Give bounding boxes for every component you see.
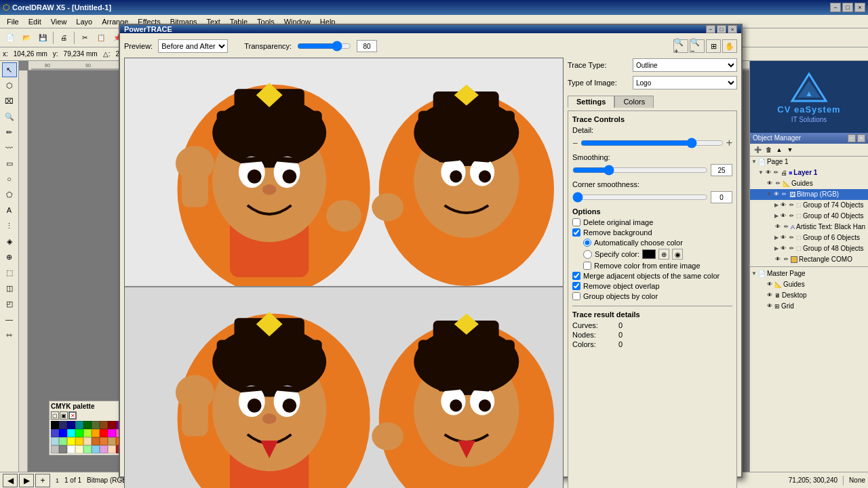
copy-btn[interactable]: 📋 [94,30,108,45]
swatch-lightgreen[interactable] [59,437,67,445]
rect-tool[interactable]: ▭ [2,156,17,171]
swatch-gray[interactable] [59,445,67,453]
shape-tool[interactable]: ⬡ [2,78,17,93]
delete-original-check[interactable] [572,218,580,226]
swatch-yellow[interactable] [67,437,75,445]
swatch-palegreen[interactable] [83,445,92,453]
swatch-teal[interactable] [75,421,83,429]
tab-colors[interactable]: Colors [614,96,654,108]
cut-btn[interactable]: ✂ [77,30,92,45]
extrude-tool[interactable]: ◫ [2,281,17,296]
menu-file[interactable]: File [3,16,23,27]
measure-tool[interactable]: ⇿ [2,327,17,342]
remove-entire-check[interactable] [583,262,591,270]
swatch-wheat[interactable] [83,437,92,445]
swatch-peach[interactable] [108,445,116,453]
swatch-red[interactable] [100,429,108,437]
swatch-plum[interactable] [100,445,108,453]
detail-slider[interactable] [580,138,723,148]
group-by-color-check[interactable] [572,292,580,300]
group74-item[interactable]: ▶ 👁 ✏ ⬚ Group of 74 Objects [750,200,868,211]
layer-move-up-btn[interactable]: ▲ [774,145,784,155]
smoothing-slider[interactable] [572,165,708,175]
swatch-lime[interactable] [83,429,92,437]
layer-add-btn[interactable]: ➕ [753,145,762,155]
swatch-lightblue[interactable] [51,437,59,445]
transparency-value[interactable] [357,40,377,52]
trace-type-select[interactable]: Outline Centerline [633,58,737,72]
parallel-tool[interactable]: ⋮ [2,218,17,233]
zoom-out-preview-btn[interactable]: 🔍− [690,39,705,53]
group48-item[interactable]: ▶ 👁 ✏ ⬚ Group of 48 Objects [750,243,868,254]
polygon-tool[interactable]: ⬠ [2,187,17,202]
specify-color-radio[interactable] [583,250,592,259]
zoom-in-preview-btn[interactable]: 🔍+ [673,39,688,53]
swatch-lightyellow[interactable] [75,445,83,453]
menu-layout[interactable]: Layo [72,16,96,27]
menu-edit[interactable]: Edit [24,16,45,27]
palette-reset-btn[interactable]: ✕ [68,411,77,420]
group40-item[interactable]: ▶ 👁 ✏ ⬚ Group of 40 Objects [750,211,868,222]
rect-como-item[interactable]: 👁 ✏ Rectangle COMO [750,254,868,265]
corner-value[interactable] [711,191,732,203]
dialog-max-btn[interactable]: □ [717,25,726,33]
swatch-green[interactable] [75,429,83,437]
detail-plus[interactable]: + [726,137,732,149]
blend-tool[interactable]: ⬚ [2,265,17,280]
swatch-white[interactable] [67,445,75,453]
swatch-chocolate[interactable] [92,437,100,445]
swatch-cyan[interactable] [67,429,75,437]
minimize-btn[interactable]: − [830,3,841,12]
maximize-btn[interactable]: □ [842,3,853,12]
auto-choose-radio[interactable] [583,239,591,247]
fill-tool[interactable]: ◈ [2,234,17,249]
swatch-magenta[interactable] [108,429,116,437]
guides-item[interactable]: 👁 ✏ 📐 Guides [750,178,868,189]
dialog-close-btn[interactable]: × [728,25,737,33]
remove-overlap-check[interactable] [572,282,580,290]
swatch-medblue[interactable] [51,429,59,437]
page1-item[interactable]: ▼ 📄 Page 1 [750,157,868,167]
detail-minus[interactable]: − [572,138,578,148]
swatch-orange[interactable] [92,429,100,437]
eyedrop-to-btn[interactable]: ◉ [672,249,683,260]
palette-fill-btn[interactable]: ▢ [51,411,59,420]
panel-min-btn[interactable]: − [848,134,856,142]
connector-tool[interactable]: — [2,312,17,327]
close-btn[interactable]: × [854,3,865,12]
layer-delete-btn[interactable]: 🗑 [764,145,773,155]
preview-select[interactable]: Before and After Before After [158,39,228,53]
shadow-tool[interactable]: ◰ [2,296,17,311]
prev-page-btn[interactable]: ◀ [3,474,18,487]
crop-tool[interactable]: ⌧ [2,94,17,108]
dialog-min-btn[interactable]: − [706,25,715,33]
desktop-item[interactable]: 👁 🖥 Desktop [750,290,868,301]
text-tool[interactable]: A [2,203,17,218]
group6-item[interactable]: ▶ 👁 ✏ ⬚ Group of 6 Objects [750,232,868,243]
eyedrop-tool[interactable]: ⊕ [2,249,17,264]
merge-adjacent-check[interactable] [572,272,580,280]
swatch-tan[interactable] [108,437,116,445]
smoothing-value[interactable] [711,164,732,176]
new-btn[interactable]: 📄 [3,30,18,45]
next-page-btn[interactable]: ▶ [19,474,34,487]
grid-item[interactable]: 👁 ⊞ Grid [750,301,868,312]
remove-bg-check[interactable] [572,228,580,237]
layer1-item[interactable]: ▼ 👁 ✏ 🖨 ■ Layer 1 [750,167,868,178]
open-btn[interactable]: 📂 [19,30,34,45]
menu-view[interactable]: View [47,16,71,27]
swatch-sienna[interactable] [100,437,108,445]
pan-preview-btn[interactable]: ✋ [722,39,737,53]
master-page-item[interactable]: ▼ 📄 Master Page [750,268,868,279]
swatch-darkgreen[interactable] [83,421,92,429]
eyedrop-from-btn[interactable]: ⊕ [658,249,669,260]
swatch-brown[interactable] [100,421,108,429]
panel-close-btn[interactable]: × [857,134,865,142]
zoom-tool[interactable]: 🔍 [2,109,17,124]
swatch-olive[interactable] [92,421,100,429]
corner-slider[interactable] [572,192,708,202]
transparency-slider[interactable] [297,41,351,52]
image-type-select[interactable]: Logo Detailed Logo Clipart Low Quality I… [633,76,737,89]
artistic-text-item[interactable]: 👁 ✏ A Artistic Text: Black Han [750,222,868,232]
ellipse-tool[interactable]: ○ [2,171,17,186]
